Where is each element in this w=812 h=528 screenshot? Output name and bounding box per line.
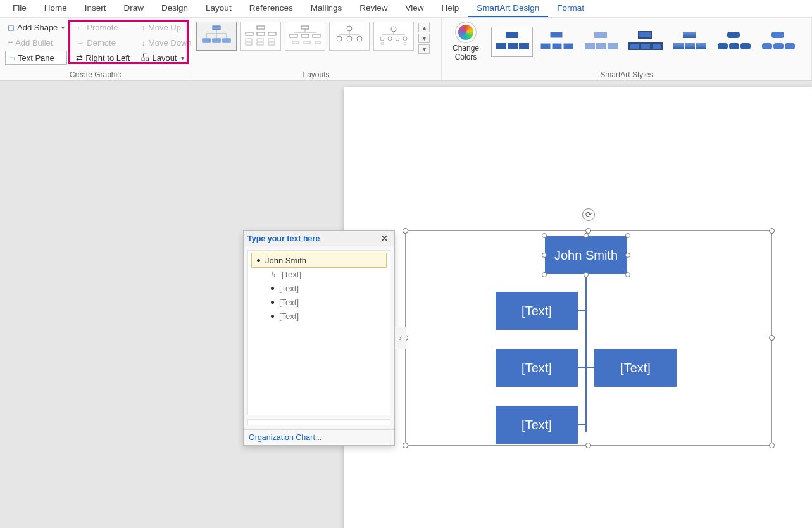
smartart-node-child[interactable]: [Text] <box>594 349 677 387</box>
tab-draw[interactable]: Draw <box>115 0 153 17</box>
tab-mailings[interactable]: Mailings <box>302 0 351 17</box>
tab-view[interactable]: View <box>396 0 432 17</box>
move-up-button[interactable]: Move Up <box>139 20 194 34</box>
svg-rect-52 <box>585 43 595 49</box>
tab-file[interactable]: File <box>4 0 35 17</box>
resize-handle[interactable] <box>769 335 775 341</box>
tab-format[interactable]: Format <box>548 0 593 17</box>
change-colors-button[interactable]: Change Colors <box>447 20 485 62</box>
gallery-down-button[interactable]: ▾ <box>418 34 430 43</box>
shape-handle[interactable] <box>584 272 589 277</box>
shape-handle[interactable] <box>625 253 630 258</box>
smartart-node-root[interactable]: John Smith <box>545 236 627 274</box>
svg-point-39 <box>396 37 399 41</box>
svg-rect-4 <box>213 39 220 42</box>
promote-button[interactable]: Promote <box>73 20 132 34</box>
text-pane-item-2[interactable]: ↳ [Text] <box>252 267 386 281</box>
resize-handle[interactable] <box>769 443 775 448</box>
shape-handle[interactable] <box>625 233 630 238</box>
tab-help[interactable]: Help <box>433 0 468 17</box>
group-label-styles: SmartArt Styles <box>442 70 811 79</box>
layout-icon <box>141 52 149 63</box>
svg-rect-53 <box>596 43 606 49</box>
text-pane-item-1[interactable]: John Smith <box>252 253 386 267</box>
smartart-selection-frame[interactable]: ⟳ › John Smith [Text] <box>405 230 772 446</box>
svg-rect-22 <box>290 34 297 37</box>
svg-point-31 <box>337 36 342 41</box>
change-colors-label: Change Colors <box>447 44 485 62</box>
resize-handle[interactable] <box>403 443 408 448</box>
text-pane-item-3[interactable]: [Text] <box>252 281 386 295</box>
gallery-up-button[interactable]: ▴ <box>418 23 430 32</box>
layout-thumb-5[interactable] <box>373 22 414 51</box>
text-pane-item-text: [Text] <box>282 270 301 279</box>
add-shape-button[interactable]: Add Shape ▾ <box>5 20 67 34</box>
smartart-node-child[interactable]: [Text] <box>496 292 578 330</box>
tab-home[interactable]: Home <box>35 0 76 17</box>
add-bullet-icon <box>8 37 13 47</box>
svg-rect-24 <box>313 34 320 37</box>
shape-handle[interactable] <box>625 272 630 277</box>
tab-layout[interactable]: Layout <box>197 0 240 17</box>
add-bullet-button[interactable]: Add Bullet <box>5 35 67 49</box>
shape-handle[interactable] <box>542 272 547 277</box>
connector-line <box>577 424 587 425</box>
svg-rect-45 <box>508 43 518 49</box>
svg-rect-61 <box>685 43 695 49</box>
text-pane-footer-link[interactable]: Organization Chart... <box>244 429 394 445</box>
layout-thumb-4[interactable] <box>329 22 370 51</box>
tab-design[interactable]: Design <box>153 0 197 17</box>
resize-handle[interactable] <box>585 443 591 448</box>
text-pane-item-text: [Text] <box>279 298 299 307</box>
style-thumb-6[interactable] <box>713 27 754 57</box>
svg-rect-44 <box>496 43 506 49</box>
group-smartart-styles: Change Colors SmartArt Styles <box>442 18 812 80</box>
smartart-node-text: John Smith <box>554 248 618 263</box>
text-pane-toggle-tab[interactable]: › <box>394 327 406 349</box>
text-pane-item-4[interactable]: [Text] <box>252 295 386 309</box>
tab-references[interactable]: References <box>240 0 302 17</box>
style-thumb-5[interactable] <box>668 27 710 57</box>
style-thumb-7[interactable] <box>757 27 799 57</box>
style-thumb-2[interactable] <box>535 27 577 57</box>
style-thumb-1[interactable] <box>491 27 533 57</box>
layout-thumb-2[interactable] <box>240 22 281 51</box>
text-pane-item-text: [Text] <box>279 311 299 321</box>
smartart-node-child[interactable]: [Text] <box>496 349 578 387</box>
tab-insert[interactable]: Insert <box>76 0 115 17</box>
svg-rect-27 <box>315 41 320 44</box>
text-pane-body[interactable]: John Smith ↳ [Text] [Text] [Text] [Text] <box>247 250 390 415</box>
layout-thumb-3[interactable] <box>285 22 325 51</box>
smartart-node-child[interactable]: [Text] <box>496 406 578 444</box>
shape-handle[interactable] <box>584 233 589 238</box>
shape-handle[interactable] <box>542 233 547 238</box>
svg-point-33 <box>357 36 362 41</box>
right-to-left-button[interactable]: Right to Left <box>73 51 132 65</box>
svg-point-32 <box>347 36 352 41</box>
layout-thumb-1[interactable] <box>196 22 237 51</box>
resize-handle[interactable] <box>403 228 408 234</box>
svg-rect-56 <box>629 43 639 49</box>
tab-review[interactable]: Review <box>351 0 396 17</box>
demote-button[interactable]: Demote <box>73 35 132 49</box>
move-down-button[interactable]: Move Down <box>139 35 194 49</box>
text-pane-button[interactable]: Text Pane <box>5 51 67 65</box>
text-pane-header: Type your text here ✕ <box>244 231 394 246</box>
smartart-node-text: [Text] <box>522 418 552 432</box>
layout-dropdown-button[interactable]: Layout ▾ <box>139 51 194 65</box>
svg-rect-54 <box>608 43 618 49</box>
svg-rect-0 <box>213 26 220 30</box>
resize-handle[interactable] <box>769 228 775 234</box>
shape-handle[interactable] <box>542 253 547 258</box>
tab-smartart-design[interactable]: SmartArt Design <box>468 0 548 17</box>
gallery-more-button[interactable]: ▾ <box>418 44 430 54</box>
svg-rect-16 <box>246 42 252 45</box>
svg-rect-68 <box>762 43 772 49</box>
style-thumb-3[interactable] <box>580 27 621 57</box>
text-pane-item-text: [Text] <box>279 284 299 293</box>
rotate-handle-icon[interactable]: ⟳ <box>582 208 595 221</box>
text-pane-item-5[interactable]: [Text] <box>252 309 386 323</box>
style-thumb-4[interactable] <box>624 27 666 57</box>
close-icon[interactable]: ✕ <box>378 234 390 243</box>
arrow-down-icon <box>141 38 146 47</box>
